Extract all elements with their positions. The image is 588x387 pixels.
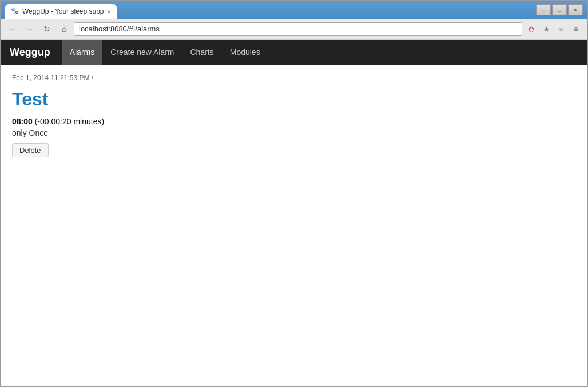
forward-button[interactable]: → [22,22,37,37]
alarm-offset: (-00:00:20 minutes) [35,117,104,126]
page-content: Feb 1, 2014 11:21:53 PM / Test 08:00 (-0… [1,65,587,386]
nav-charts[interactable]: Charts [182,40,222,65]
minimize-button[interactable]: ─ [536,4,551,15]
tab-close-button[interactable]: × [108,8,111,15]
maximize-button[interactable]: □ [552,4,567,15]
star-icon[interactable]: ★ [539,22,553,36]
more-options-icon[interactable]: » [554,22,568,36]
alarm-name: Test [12,89,576,110]
app-brand: Weggup [10,46,50,58]
page-meta: Feb 1, 2014 11:21:53 PM / [12,74,576,82]
alarm-time-row: 08:00 (-00:00:20 minutes) [12,117,576,126]
browser-nav-bar: ← → ↻ ⌂ ✩ ★ » ≡ [1,19,587,40]
title-bar: 🐾 WeggUp - Your sleep supp × ─ □ × [1,1,587,19]
home-button[interactable]: ⌂ [57,22,71,37]
tab-title: WeggUp - Your sleep supp [22,7,104,15]
back-button[interactable]: ← [5,22,20,37]
delete-button[interactable]: Delete [12,143,49,157]
browser-window: 🐾 WeggUp - Your sleep supp × ─ □ × ← → ↻… [0,0,588,387]
window-controls: ─ □ × [536,4,583,15]
nav-modules[interactable]: Modules [222,40,268,65]
broken-star-icon[interactable]: ✩ [525,22,538,36]
menu-icon[interactable]: ≡ [569,22,583,36]
refresh-button[interactable]: ↻ [39,22,54,37]
nav-alarms[interactable]: Alarms [62,40,103,65]
tab-bar: 🐾 WeggUp - Your sleep supp × [5,1,531,19]
tab-favicon: 🐾 [11,7,19,15]
app-navbar: Weggup Alarms Create new Alarm Charts Mo… [1,40,587,65]
alarm-frequency: only Once [12,128,576,137]
nav-icons: ✩ ★ » ≡ [525,22,583,36]
close-button[interactable]: × [568,4,583,15]
active-tab[interactable]: 🐾 WeggUp - Your sleep supp × [5,4,117,19]
nav-create-alarm[interactable]: Create new Alarm [102,40,182,65]
alarm-time: 08:00 [12,117,33,126]
address-bar[interactable] [74,22,522,36]
